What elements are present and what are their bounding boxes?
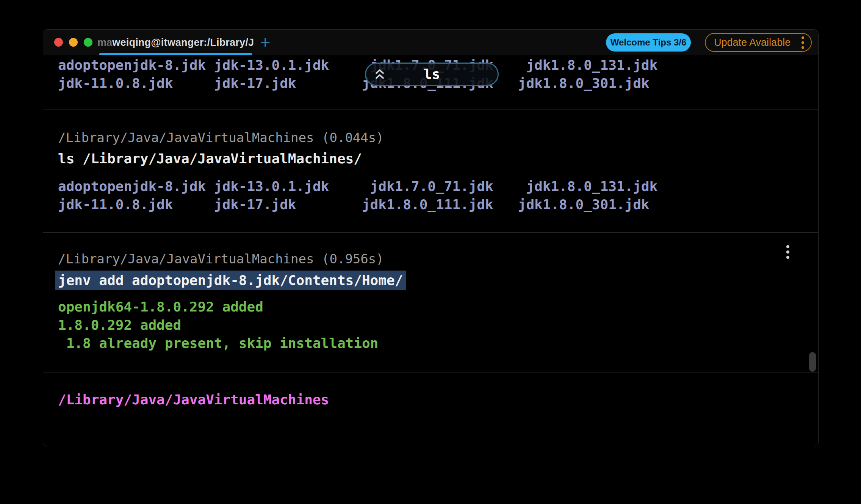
terminal-output-line: 1.8 already present, skip installation [58, 334, 378, 352]
block-header-path: /Library/Java/JavaVirtualMachines (0.044… [58, 128, 384, 147]
zoom-button[interactable] [84, 38, 92, 47]
scrollbar-thumb[interactable] [809, 352, 816, 372]
block-menu-button[interactable] [780, 243, 796, 261]
terminal-output-line: jdk-11.0.8.jdk jdk-17.jdk jdk1.8.0_111.j… [58, 196, 650, 214]
selected-command-line[interactable]: jenv add adoptopenjdk-8.jdk/Contents/Hom… [55, 271, 406, 290]
terminal-output-line: jdk-11.0.8.jdk jdk-17.jdk jdk1.8.0_111.j… [58, 74, 650, 92]
terminal-output-line: adoptopenjdk-8.jdk jdk-13.0.1.jdk jdk1.7… [58, 56, 657, 74]
update-available-button[interactable]: Update Available [705, 33, 812, 52]
terminal-content: adoptopenjdk-8.jdk jdk-13.0.1.jdk jdk1.7… [43, 55, 818, 447]
kebab-menu-icon[interactable] [802, 36, 804, 49]
prompt-path: /Library/Java/JavaVirtualMachines [58, 391, 329, 409]
sticky-command-pill[interactable]: ls [365, 63, 499, 86]
sticky-command-label: ls [366, 64, 498, 85]
terminal-output-line: openjdk64-1.8.0.292 added [58, 298, 263, 316]
terminal-window: maweiqing@itwanger:/Library/J + Welcome … [43, 29, 819, 447]
block-divider [43, 232, 818, 233]
minimize-button[interactable] [69, 38, 78, 47]
welcome-tips-button[interactable]: Welcome Tips 3/6 [606, 33, 691, 52]
new-tab-button[interactable]: + [255, 30, 276, 55]
terminal-output-line: adoptopenjdk-8.jdk jdk-13.0.1.jdk jdk1.7… [58, 177, 657, 196]
block-divider [43, 372, 818, 373]
block-divider [43, 110, 818, 110]
title-bar: maweiqing@itwanger:/Library/J + Welcome … [43, 30, 818, 55]
terminal-output-line: 1.8.0.292 added [58, 316, 181, 334]
block-header-path: /Library/Java/JavaVirtualMachines (0.956… [58, 250, 384, 268]
tab-active[interactable]: maweiqing@itwanger:/Library/J [99, 30, 252, 55]
close-button[interactable] [54, 38, 63, 47]
update-available-label: Update Available [714, 37, 791, 49]
tab-title: weiqing@itwanger:/Library/J [112, 37, 254, 49]
tab-title-faded: ma [97, 37, 112, 49]
command-line[interactable]: ls /Library/Java/JavaVirtualMachines/ [58, 150, 362, 168]
